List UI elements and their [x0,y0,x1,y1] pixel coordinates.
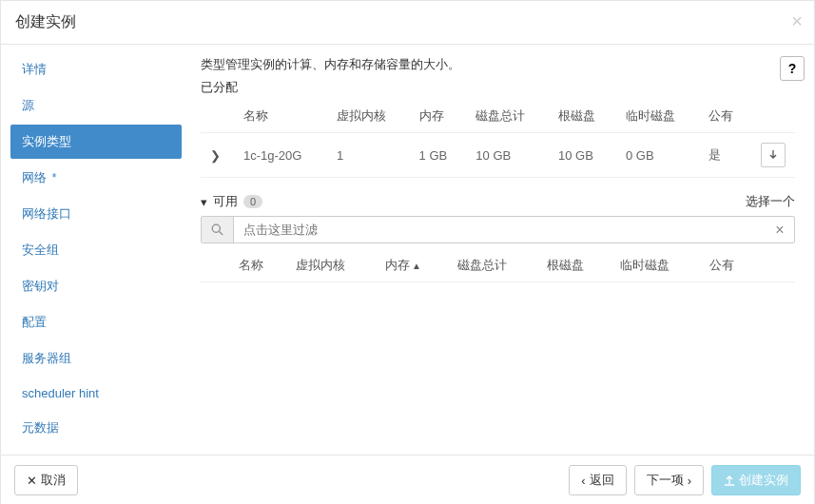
close-icon: ✕ [27,474,37,488]
required-star-icon: * [49,170,57,184]
cancel-button[interactable]: ✕ 取消 [14,465,78,495]
modal-header: 创建实例 × [1,1,814,45]
col-total-disk[interactable]: 磁盘总计 [448,249,537,282]
sidebar-item-label: 网络接口 [22,206,71,221]
chevron-right-icon: › [688,474,691,488]
col-public[interactable]: 公有 [700,249,757,282]
deallocate-button[interactable] [761,143,786,167]
cell-total-disk: 10 GB [466,133,549,178]
cell-vcpus: 1 [327,133,410,178]
col-total-disk[interactable]: 磁盘总计 [466,100,549,133]
select-one-hint: 选择一个 [746,193,795,210]
col-ram[interactable]: 内存▲ [376,249,448,282]
sidebar-item-label: 安全组 [22,242,59,257]
col-public[interactable]: 公有 [699,100,751,133]
sidebar-item-details[interactable]: 详情 [10,52,182,87]
close-icon[interactable]: × [791,10,803,32]
modal-footer: ✕ 取消 ‹ 返回 下一项 › 创建实例 [1,455,814,504]
modal-title: 创建实例 [15,12,800,32]
col-vcpus[interactable]: 虚拟内核 [327,100,410,133]
sidebar-item-flavor[interactable]: 实例类型 [10,125,182,159]
sidebar-item-keypair[interactable]: 密钥对 [10,269,182,303]
col-vcpus[interactable]: 虚拟内核 [286,249,376,282]
chevron-left-icon: ‹ [581,474,585,488]
sidebar-item-label: 密钥对 [22,279,59,293]
create-instance-button[interactable]: 创建实例 [711,465,801,495]
sidebar-item-configuration[interactable]: 配置 [10,305,182,339]
available-table: 名称 虚拟内核 内存▲ 磁盘总计 根磁盘 临时磁盘 公有 [201,249,795,282]
cell-public: 是 [699,133,751,178]
available-toggle[interactable]: ▾ 可用 0 [201,193,262,210]
allocated-header-row: 名称 虚拟内核 内存 磁盘总计 根磁盘 临时磁盘 公有 [201,100,795,133]
sidebar-item-label: 网络 [22,170,47,184]
sidebar-item-label: 服务器组 [22,351,71,365]
sort-asc-icon: ▲ [412,261,421,271]
cell-ephemeral: 0 GB [616,133,699,178]
filter-input[interactable] [234,217,766,242]
sidebar-item-network-ports[interactable]: 网络接口 [10,197,182,231]
modal-create-instance: 创建实例 × 详情 源 实例类型 网络 * 网络接口 安全组 密钥对 配置 服务… [0,0,815,504]
search-icon [202,217,234,242]
content-panel: 类型管理实例的计算、内存和存储容量的大小。 ? 已分配 名称 虚拟内核 内存 磁… [191,45,814,455]
cell-root-disk: 10 GB [549,133,616,178]
sidebar: 详情 源 实例类型 网络 * 网络接口 安全组 密钥对 配置 服务器组 sche… [1,45,191,455]
col-name[interactable]: 名称 [229,249,286,282]
sidebar-item-label: 元数据 [22,420,59,435]
cell-name: 1c-1g-20G [234,133,327,178]
arrow-down-icon [768,150,778,160]
content-description: 类型管理实例的计算、内存和存储容量的大小。 [201,56,795,73]
available-header-row: 名称 虚拟内核 内存▲ 磁盘总计 根磁盘 临时磁盘 公有 [201,249,795,282]
sidebar-item-security-groups[interactable]: 安全组 [10,233,182,267]
svg-line-1 [220,232,223,236]
col-root-disk[interactable]: 根磁盘 [537,249,611,282]
allocated-table: 名称 虚拟内核 内存 磁盘总计 根磁盘 临时磁盘 公有 ❯ 1c-1g-20G [201,100,795,178]
sidebar-item-server-groups[interactable]: 服务器组 [10,341,182,376]
cell-ram: 1 GB [410,133,467,178]
clear-filter-icon[interactable]: × [766,217,794,242]
allocated-label: 已分配 [201,79,795,96]
help-icon[interactable]: ? [780,56,805,81]
sidebar-item-metadata[interactable]: 元数据 [10,411,182,445]
sidebar-item-label: 源 [22,98,34,112]
col-name[interactable]: 名称 [234,100,327,133]
next-button[interactable]: 下一项 › [634,465,704,495]
sidebar-item-label: 详情 [22,62,47,76]
sidebar-item-label: 配置 [22,315,47,329]
upload-icon [724,475,735,486]
sidebar-item-source[interactable]: 源 [10,88,182,123]
col-ephemeral[interactable]: 临时磁盘 [616,100,699,133]
sidebar-item-network[interactable]: 网络 * [10,161,182,195]
col-ram[interactable]: 内存 [410,100,467,133]
sidebar-item-label: 实例类型 [22,134,71,148]
expand-row-icon[interactable]: ❯ [210,148,221,163]
filter-bar: × [201,216,795,243]
col-root-disk[interactable]: 根磁盘 [549,100,616,133]
available-label: 可用 [213,193,238,210]
chevron-down-icon: ▾ [201,195,207,209]
sidebar-item-scheduler-hint[interactable]: scheduler hint [10,378,182,409]
allocated-row: ❯ 1c-1g-20G 1 1 GB 10 GB 10 GB 0 GB 是 [201,133,795,178]
modal-body: 详情 源 实例类型 网络 * 网络接口 安全组 密钥对 配置 服务器组 sche… [1,45,814,455]
svg-point-0 [212,224,220,232]
back-button[interactable]: ‹ 返回 [569,465,626,495]
sidebar-item-label: scheduler hint [22,386,99,400]
col-ephemeral[interactable]: 临时磁盘 [611,249,700,282]
available-count-badge: 0 [243,195,262,208]
